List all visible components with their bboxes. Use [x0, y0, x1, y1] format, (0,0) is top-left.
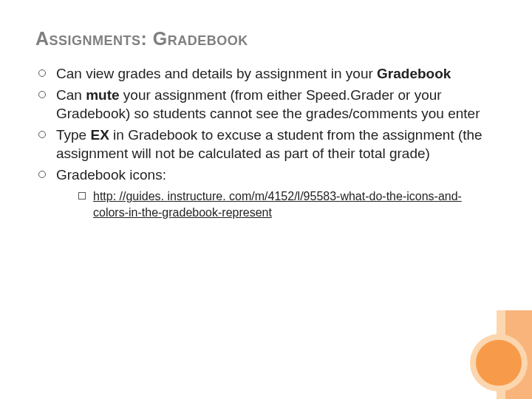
text: Gradebook icons:: [56, 167, 166, 183]
list-item: Type EX in Gradebook to excuse a student…: [35, 126, 497, 163]
list-item: Can mute your assignment (from either Sp…: [35, 86, 497, 123]
decor-circle-orange: [476, 340, 522, 386]
list-item: Can view grades and details by assignmen…: [35, 64, 497, 83]
bold-text: Gradebook: [377, 66, 451, 81]
text: Can: [56, 87, 86, 103]
list-item: Gradebook icons: http: //guides. instruc…: [35, 166, 497, 219]
slide: Assignments: Gradebook Can view grades a…: [0, 0, 532, 399]
text: your assignment (from either Speed.Grade…: [56, 87, 480, 121]
sub-list: http: //guides. instructure. com/m/4152/…: [56, 188, 497, 219]
text: Can view grades and details by assignmen…: [56, 66, 377, 81]
decor-band-light: [497, 310, 532, 399]
text: Type: [56, 127, 90, 143]
gradebook-icons-link[interactable]: http: //guides. instructure. com/m/4152/…: [93, 190, 462, 218]
decor-circle-light: [470, 334, 528, 392]
text: in Gradebook to excuse a student from th…: [56, 127, 482, 161]
page-title: Assignments: Gradebook: [35, 28, 497, 50]
corner-decoration: [462, 310, 532, 399]
decor-band-mid: [505, 310, 532, 399]
bold-text: EX: [90, 127, 109, 143]
bold-text: mute: [86, 87, 119, 103]
sub-list-item: http: //guides. instructure. com/m/4152/…: [56, 188, 497, 219]
bullet-list: Can view grades and details by assignmen…: [35, 64, 497, 220]
